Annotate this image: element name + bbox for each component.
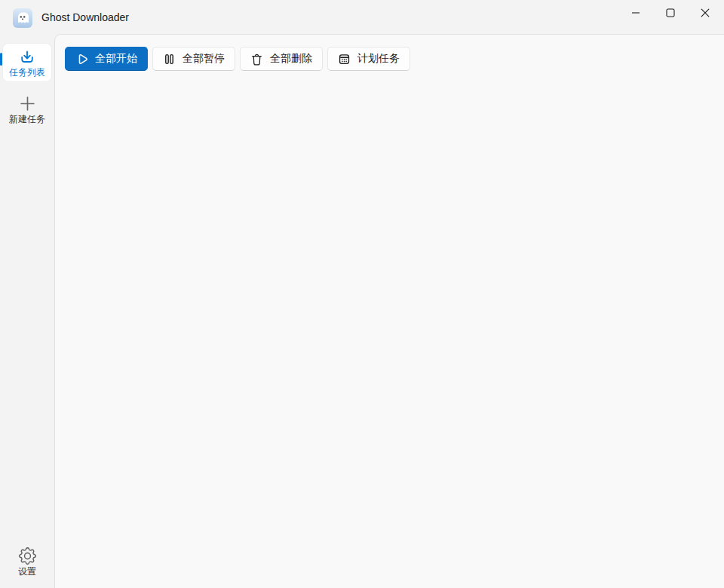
- sidebar-item-task-list[interactable]: 任务列表: [3, 44, 51, 81]
- close-button[interactable]: [688, 0, 722, 26]
- ghost-app-icon: [13, 8, 32, 28]
- page: { "titlebar": { "title": "Ghost Download…: [0, 0, 724, 588]
- gear-icon: [19, 547, 36, 565]
- content-panel: 全部开始 全部暂停 全部删除: [54, 34, 724, 588]
- download-icon: [18, 47, 36, 66]
- minimize-button[interactable]: [618, 0, 653, 26]
- plus-icon: [19, 94, 36, 113]
- window-title: Ghost Downloader: [41, 0, 129, 34]
- button-label: 全部开始: [95, 52, 137, 66]
- sidebar-item-label: 新建任务: [9, 114, 45, 124]
- sidebar-item-new-task[interactable]: 新建任务: [3, 90, 51, 128]
- maximize-icon: [666, 8, 675, 17]
- button-label: 全部暂停: [183, 52, 225, 66]
- sidebar-item-label: 任务列表: [9, 67, 45, 78]
- toolbar: 全部开始 全部暂停 全部删除: [55, 35, 724, 71]
- pause-all-button[interactable]: 全部暂停: [152, 47, 235, 71]
- window-controls: [618, 0, 722, 26]
- delete-all-button[interactable]: 全部删除: [240, 47, 323, 71]
- start-all-button[interactable]: 全部开始: [65, 47, 148, 71]
- trash-icon: [250, 53, 263, 66]
- button-label: 计划任务: [357, 52, 400, 66]
- minimize-icon: [631, 8, 640, 17]
- calendar-icon: [338, 53, 351, 66]
- play-icon: [75, 53, 88, 66]
- maximize-button[interactable]: [653, 0, 688, 26]
- sidebar-item-label: 设置: [18, 566, 36, 577]
- close-icon: [701, 8, 710, 17]
- titlebar: Ghost Downloader: [0, 0, 724, 34]
- pause-icon: [163, 53, 176, 66]
- button-label: 全部删除: [270, 52, 312, 66]
- scheduled-tasks-button[interactable]: 计划任务: [327, 47, 410, 71]
- sidebar-item-settings[interactable]: 设置: [3, 543, 51, 580]
- nav-selection-indicator: [0, 53, 2, 66]
- sidebar: 任务列表 新建任务 设置: [0, 34, 54, 588]
